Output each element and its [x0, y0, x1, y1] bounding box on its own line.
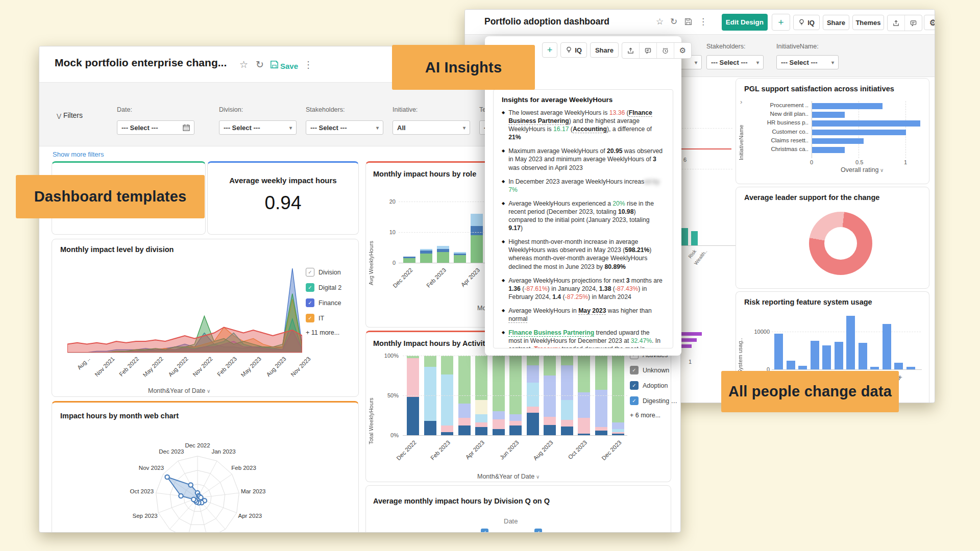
bar-segment[interactable]: [475, 427, 487, 435]
legend-checkbox[interactable]: ✓: [306, 298, 314, 307]
stakeholders-filter-select[interactable]: --- Select ---▾: [306, 120, 383, 135]
bar[interactable]: [894, 363, 903, 369]
bar-segment[interactable]: [458, 404, 471, 418]
bar-segment[interactable]: [403, 257, 415, 258]
more-options-icon[interactable]: ⋮: [699, 17, 707, 26]
bar[interactable]: [870, 367, 879, 369]
bar-segment[interactable]: [403, 258, 415, 263]
division-legend-item[interactable]: ✓Digital 2: [306, 283, 341, 292]
alarm-clock-icon[interactable]: [657, 43, 674, 58]
bar[interactable]: [822, 345, 831, 369]
bar-segment[interactable]: [544, 425, 556, 435]
bar-segment[interactable]: [424, 421, 436, 435]
radar-point[interactable]: [188, 483, 192, 487]
bar-segment[interactable]: [441, 374, 453, 425]
bar-segment[interactable]: [612, 422, 624, 429]
export-icon[interactable]: [622, 43, 640, 58]
legend-checkbox[interactable]: ✓: [481, 529, 488, 533]
favorite-star-icon[interactable]: ☆: [656, 17, 664, 26]
division-filter-select[interactable]: --- Select ---▾: [219, 120, 297, 135]
legend-checkbox[interactable]: ✓: [630, 396, 639, 405]
bar-segment[interactable]: [454, 254, 466, 255]
bar[interactable]: [835, 342, 843, 369]
bar-segment[interactable]: [527, 413, 539, 435]
bar-segment[interactable]: [437, 249, 449, 252]
bar-segment[interactable]: [424, 356, 436, 367]
bar-segment[interactable]: [471, 235, 483, 263]
bar-segment[interactable]: [527, 407, 539, 413]
division-legend-item[interactable]: ✓Finance: [306, 298, 341, 307]
bar-segment[interactable]: [578, 392, 590, 418]
bar[interactable]: [883, 324, 891, 369]
bar-segment[interactable]: [612, 434, 624, 435]
x-axis-title[interactable]: Month&Year of Date: [477, 473, 540, 480]
bar-segment[interactable]: [458, 356, 471, 404]
bar-segment[interactable]: [578, 434, 590, 435]
bar-segment[interactable]: [475, 422, 487, 427]
bar-segment[interactable]: [578, 356, 590, 392]
bar-segment[interactable]: [493, 356, 505, 411]
bar-segment[interactable]: [475, 400, 487, 414]
share-button[interactable]: Share: [590, 42, 619, 58]
bar[interactable]: [846, 316, 855, 369]
bar-segment[interactable]: [612, 429, 624, 432]
save-icon[interactable]: [270, 60, 279, 69]
settings-gear-icon[interactable]: ⚙: [674, 43, 691, 58]
bar-segment[interactable]: [424, 367, 436, 421]
bar-segment[interactable]: [471, 226, 483, 235]
bar-segment[interactable]: [561, 400, 573, 420]
bar-segment[interactable]: [595, 356, 607, 390]
bar-segment[interactable]: [509, 421, 522, 425]
bar[interactable]: [787, 361, 795, 369]
bar[interactable]: [774, 334, 783, 369]
bar-segment[interactable]: [561, 356, 573, 365]
bar-segment[interactable]: [437, 252, 449, 263]
division-legend-item[interactable]: + 11 more...: [306, 329, 341, 336]
bar-segment[interactable]: [493, 419, 505, 429]
refresh-icon[interactable]: ↻: [670, 17, 677, 26]
bar-segment[interactable]: [578, 418, 590, 434]
bar-segment[interactable]: [527, 365, 539, 383]
bar-segment[interactable]: [527, 356, 539, 365]
activities-legend-item[interactable]: ✓Adoption: [630, 381, 677, 390]
bar[interactable]: [811, 341, 819, 369]
area-series[interactable]: [67, 328, 302, 353]
iq-button[interactable]: IQ: [793, 15, 820, 30]
bar-segment[interactable]: [420, 249, 432, 251]
bar-segment[interactable]: [454, 255, 466, 263]
bar-segment[interactable]: [493, 429, 505, 435]
bar-segment[interactable]: [471, 214, 483, 226]
bar-segment[interactable]: [509, 425, 522, 435]
bar[interactable]: [812, 120, 920, 127]
bar-segment[interactable]: [407, 358, 419, 397]
comment-icon[interactable]: [640, 43, 657, 58]
bar[interactable]: [859, 343, 867, 369]
legend-checkbox[interactable]: ✓: [630, 366, 639, 374]
area-chart[interactable]: [67, 263, 302, 353]
bar-segment[interactable]: [407, 397, 419, 435]
bar-segment[interactable]: [420, 251, 432, 254]
bar[interactable]: [812, 103, 883, 109]
bar-segment[interactable]: [544, 356, 556, 375]
legend-checkbox[interactable]: ✓: [306, 283, 314, 292]
bar-segment[interactable]: [454, 252, 466, 254]
bar[interactable]: [798, 366, 807, 369]
iq-button[interactable]: IQ: [560, 42, 587, 58]
bar-segment[interactable]: [612, 432, 624, 434]
save-label[interactable]: Save: [280, 62, 298, 70]
bar-segment[interactable]: [561, 420, 573, 426]
legend-checkbox[interactable]: ✓: [630, 381, 639, 390]
edit-design-button[interactable]: Edit Design: [722, 14, 768, 31]
bar-segment[interactable]: [441, 432, 453, 435]
more-options-icon[interactable]: ⋮: [304, 60, 313, 69]
favorite-star-icon[interactable]: ☆: [239, 60, 248, 69]
filters-toggle[interactable]: ⋁ Filters: [57, 111, 83, 119]
bar-segment[interactable]: [437, 246, 449, 249]
date-filter-select[interactable]: --- Select ---: [117, 120, 194, 135]
bar-segment[interactable]: [544, 417, 556, 425]
bar[interactable]: [812, 147, 845, 153]
activities-legend-item[interactable]: + 6 more...: [630, 412, 677, 419]
bar-segment[interactable]: [475, 356, 487, 400]
bar-segment[interactable]: [595, 427, 607, 430]
radar-point[interactable]: [199, 495, 203, 499]
